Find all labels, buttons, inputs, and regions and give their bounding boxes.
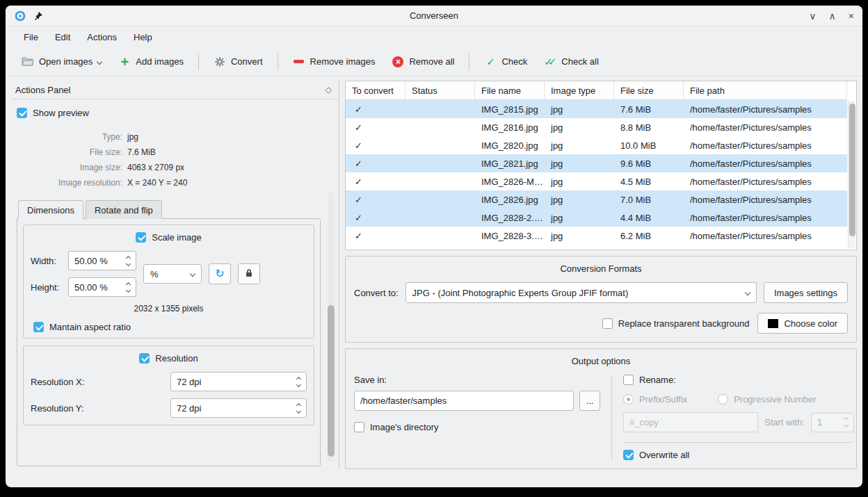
images-directory-label: Image's directory (370, 422, 439, 432)
actions-panel-title: Actions Panel (15, 85, 71, 95)
width-spinbox[interactable]: 50.00 % (68, 251, 136, 270)
replace-transparent-background-checkbox[interactable]: Replace transparent background (602, 318, 750, 329)
choose-color-button[interactable]: Choose color (757, 313, 848, 334)
resolution-y-spinbox[interactable]: 72 dpi (170, 398, 307, 418)
toolbar-separator (198, 54, 199, 70)
scale-image-label: Scale image (152, 232, 202, 243)
panel-scrollbar-thumb[interactable] (328, 305, 335, 457)
table-row[interactable]: IMG_2826-Mo...jpg4.5 MiB/home/faster/Pic… (346, 172, 847, 190)
add-icon (118, 56, 131, 68)
column-header-file-path[interactable]: File path (684, 81, 847, 99)
file-name-cell: IMG_2815.jpg (475, 104, 545, 115)
file-path-cell: /home/faster/Pictures/samples (684, 104, 847, 115)
table-row[interactable]: IMG_2816.jpgjpg8.8 MiB/home/faster/Pictu… (346, 118, 847, 136)
column-header-image-type[interactable]: Image type (545, 81, 614, 99)
rename-checkbox[interactable]: Rename: (623, 375, 854, 385)
resolution-x-spinbox[interactable]: 72 dpi (170, 372, 307, 391)
checkbox-box-icon (17, 108, 27, 118)
tab-rotate-and-flip[interactable]: Rotate and flip (86, 200, 162, 219)
row-convert-check-icon[interactable] (352, 122, 362, 133)
open-images-button[interactable]: Open images (15, 51, 108, 72)
table-row[interactable]: IMG_2828-2.jpgjpg4.4 MiB/home/faster/Pic… (346, 209, 847, 227)
image-info: Type: jpg File size: 7.6 MiB Image size:… (17, 132, 321, 188)
window-title: Converseen (153, 10, 715, 21)
checkbox-box-icon (623, 375, 634, 385)
replace-transparent-background-label: Replace transparent background (618, 318, 750, 329)
tab-dimensions[interactable]: Dimensions (18, 200, 83, 219)
radio-button-icon (718, 394, 728, 405)
column-header-status[interactable]: Status (405, 81, 475, 99)
maintain-aspect-ratio-checkbox[interactable]: Mantain aspect ratio (33, 322, 307, 332)
prefix-suffix-label: Prefix/Suffix (639, 394, 687, 405)
table-row[interactable]: IMG_2826.jpgjpg7.0 MiB/home/faster/Pictu… (346, 190, 847, 209)
resolution-checkbox[interactable]: Resolution (139, 353, 198, 364)
refresh-icon (215, 268, 224, 279)
format-combobox[interactable]: JPG - (Joint Photographic Experts Group … (405, 282, 757, 303)
unit-combobox[interactable]: % (143, 264, 202, 284)
images-settings-button[interactable]: Images settings (764, 282, 848, 303)
menubar: File Edit Actions Help (6, 26, 862, 47)
convert-button[interactable]: Convert (207, 51, 269, 72)
column-header-file-size[interactable]: File size (614, 81, 684, 99)
column-header-file-name[interactable]: File name (475, 81, 545, 99)
file-name-cell: IMG_2816.jpg (475, 122, 545, 133)
info-value: 7.6 MiB (127, 147, 321, 157)
height-spinbox[interactable]: 50.00 % (68, 277, 136, 297)
image-type-cell: jpg (545, 122, 614, 133)
conversion-formats-box: Conversion Formats Convert to: JPG - (Jo… (345, 256, 857, 343)
remove-images-button[interactable]: Remove images (287, 51, 382, 72)
file-path-cell: /home/faster/Pictures/samples (684, 213, 847, 223)
menu-actions[interactable]: Actions (80, 29, 124, 45)
table-row[interactable]: IMG_2820.jpgjpg10.0 MiB/home/faster/Pict… (346, 136, 847, 154)
check-all-button[interactable]: Check all (538, 51, 604, 72)
open-images-label: Open images (39, 56, 93, 67)
table-row[interactable]: IMG_2828-3.jpgjpg6.2 MiB/home/faster/Pic… (346, 227, 847, 245)
table-scrollbar[interactable] (848, 101, 855, 248)
row-convert-check-icon[interactable] (352, 104, 362, 115)
chevron-down-icon (190, 271, 195, 277)
menu-help[interactable]: Help (127, 29, 159, 45)
maximize-button[interactable]: ∧ (829, 11, 836, 21)
file-size-cell: 4.4 MiB (614, 213, 684, 223)
add-images-button[interactable]: Add images (112, 51, 190, 72)
file-path-cell: /home/faster/Pictures/samples (684, 158, 847, 169)
progressive-number-label: Progressive Number (734, 394, 817, 405)
check-all-icon (544, 56, 556, 68)
check-all-label: Check all (561, 56, 598, 67)
overwrite-all-checkbox[interactable]: Overwrite all (623, 450, 854, 460)
float-panel-button[interactable]: ◇ (326, 85, 332, 95)
table-row[interactable]: IMG_2815.jpgjpg7.6 MiB/home/faster/Pictu… (346, 100, 847, 118)
lock-aspect-button[interactable] (238, 263, 260, 284)
close-button[interactable]: × (849, 11, 854, 21)
menu-file[interactable]: File (17, 29, 45, 45)
menu-edit[interactable]: Edit (48, 29, 77, 45)
scale-image-checkbox[interactable]: Scale image (136, 232, 202, 243)
remove-all-button[interactable]: Remove all (385, 51, 460, 72)
table-row[interactable]: IMG_2821.jpgjpg9.6 MiB/home/faster/Pictu… (346, 154, 847, 172)
row-convert-check-icon[interactable] (352, 231, 362, 241)
start-with-label: Start with: (764, 417, 805, 427)
remove-all-icon (392, 56, 404, 68)
column-header-to-convert[interactable]: To convert (346, 81, 405, 99)
save-path-input[interactable] (354, 391, 574, 411)
info-value: X = 240 Y = 240 (127, 178, 321, 188)
pin-icon[interactable] (32, 10, 45, 22)
refresh-size-button[interactable] (209, 263, 231, 284)
panel-scrollbar[interactable] (328, 192, 335, 462)
image-type-cell: jpg (545, 140, 614, 151)
row-convert-check-icon[interactable] (352, 213, 362, 223)
row-convert-check-icon[interactable] (352, 195, 362, 205)
convert-to-label: Convert to: (354, 288, 399, 298)
images-directory-checkbox[interactable]: Image's directory (354, 422, 600, 432)
check-button[interactable]: Check (478, 51, 533, 72)
show-preview-checkbox[interactable]: Show preview (17, 108, 321, 118)
minimize-button[interactable]: ∨ (809, 11, 816, 21)
row-convert-check-icon[interactable] (352, 177, 362, 187)
row-convert-check-icon[interactable] (352, 140, 362, 151)
spinner-arrows-icon (127, 283, 136, 292)
resolution-y-label: Resolution Y: (31, 403, 83, 414)
convert-gear-icon (214, 56, 226, 68)
row-convert-check-icon[interactable] (352, 158, 362, 169)
table-scrollbar-thumb[interactable] (849, 104, 855, 236)
browse-button[interactable]: ... (579, 391, 600, 411)
